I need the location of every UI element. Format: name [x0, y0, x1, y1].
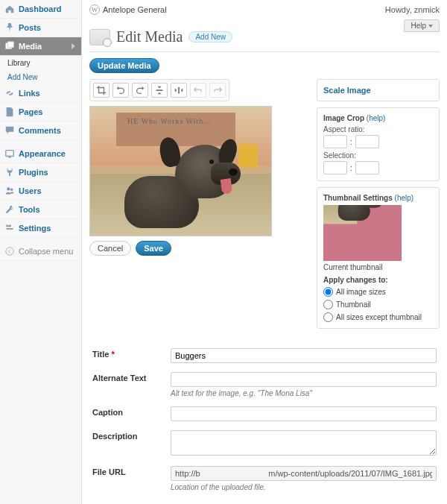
page-icon — [4, 107, 15, 117]
image-crop-panel: Image Crop (help) Aspect ratio: : Select… — [317, 107, 440, 181]
svg-point-5 — [10, 189, 13, 192]
sidebar-label: Links — [19, 89, 40, 98]
wordpress-logo-icon: W — [89, 4, 100, 15]
apply-except-radio[interactable] — [323, 312, 333, 322]
chevron-down-icon — [428, 25, 433, 28]
help-label: Help — [410, 22, 426, 30]
svg-rect-1 — [7, 42, 13, 48]
help-tab[interactable]: Help — [404, 19, 440, 32]
caption-input[interactable] — [171, 406, 437, 421]
image-preview[interactable]: HE Who Works With… — [89, 106, 272, 236]
appearance-icon — [4, 148, 15, 159]
image-edit-toolbar — [89, 79, 229, 101]
help-link[interactable]: (help) — [367, 114, 386, 122]
howdy-text[interactable]: Howdy, znmick — [385, 5, 440, 14]
chevron-right-icon — [72, 43, 75, 49]
current-thumbnail-label: Current thumbnail — [323, 263, 433, 271]
radio-label: All sizes except thumbnail — [336, 313, 422, 321]
sidebar-label: Users — [19, 186, 42, 195]
thumbnail-settings-panel: Thumbnail Settings (help) Current thumbn… — [317, 187, 440, 329]
sidebar-item-plugins[interactable]: Plugins — [0, 163, 81, 182]
sidebar-subitem-addnew[interactable]: Add New — [0, 70, 81, 84]
admin-sidebar: Dashboard Posts Media Library Add New Li… — [0, 0, 82, 504]
graffiti-text: HE Who Works With… — [127, 117, 212, 125]
rotate-left-tool[interactable] — [112, 83, 129, 98]
crop-tool[interactable] — [93, 83, 110, 98]
sidebar-item-users[interactable]: Users — [0, 182, 81, 201]
save-button[interactable]: Save — [136, 241, 171, 256]
selection-y-input[interactable] — [355, 161, 379, 174]
cancel-button[interactable]: Cancel — [89, 241, 131, 256]
site-title[interactable]: Antelope General — [103, 5, 167, 14]
scale-image-panel[interactable]: Scale Image — [317, 79, 440, 101]
sidebar-label: Dashboard — [19, 4, 61, 13]
sidebar-label: Pages — [19, 107, 42, 116]
caption-label: Caption — [89, 402, 168, 426]
selection-label: Selection: — [323, 151, 433, 160]
sidebar-label: Settings — [19, 224, 51, 233]
svg-rect-3 — [8, 157, 11, 157]
svg-point-4 — [7, 187, 10, 190]
sidebar-item-posts[interactable]: Posts — [0, 19, 81, 37]
svg-rect-6 — [6, 225, 8, 226]
alt-text-label: Alternate Text — [89, 368, 168, 402]
sidebar-collapse[interactable]: Collapse menu — [0, 242, 81, 261]
pin-icon — [4, 22, 15, 33]
selection-x-input[interactable] — [323, 161, 347, 174]
media-fields-table: Title * Alternate Text Alt text for the … — [89, 344, 440, 496]
main-content: W Antelope General Howdy, znmick Help Ed… — [82, 0, 447, 504]
title-input[interactable] — [171, 348, 437, 363]
undo-tool[interactable] — [190, 83, 206, 98]
apply-thumb-radio[interactable] — [323, 300, 333, 309]
sidebar-item-dashboard[interactable]: Dashboard — [0, 0, 81, 19]
media-icon — [4, 41, 15, 51]
panel-title: Thumbnail Settings — [323, 194, 393, 202]
description-label: Description — [89, 426, 168, 462]
sidebar-item-comments[interactable]: Comments — [0, 122, 81, 140]
sidebar-item-tools[interactable]: Tools — [0, 201, 81, 219]
tools-icon — [4, 204, 15, 215]
radio-label: Thumbnail — [336, 300, 371, 309]
title-label: Title — [92, 350, 109, 359]
aspect-y-input[interactable] — [355, 135, 379, 148]
sidebar-label: Plugins — [19, 168, 48, 177]
sidebar-item-media[interactable]: Media — [0, 37, 81, 56]
apply-changes-label: Apply changes to: — [323, 276, 388, 284]
panel-title: Scale Image — [323, 86, 371, 95]
alt-text-input[interactable] — [171, 372, 437, 387]
add-new-button[interactable]: Add New — [188, 31, 232, 42]
svg-rect-7 — [9, 225, 11, 226]
description-input[interactable] — [171, 430, 437, 456]
flip-vertical-tool[interactable] — [151, 83, 168, 98]
sidebar-item-settings[interactable]: Settings — [0, 219, 81, 238]
radio-label: All image sizes — [336, 288, 386, 296]
rotate-right-tool[interactable] — [132, 83, 148, 98]
file-url-input[interactable] — [171, 466, 437, 481]
file-url-label: File URL — [89, 462, 168, 496]
sidebar-item-links[interactable]: Links — [0, 84, 81, 103]
svg-rect-9 — [11, 228, 13, 229]
page-title: Edit Media — [116, 28, 183, 45]
aspect-x-input[interactable] — [323, 135, 347, 148]
media-header-icon — [89, 29, 110, 45]
image-editor: HE Who Works With… — [89, 79, 309, 335]
sidebar-label: Tools — [19, 205, 40, 214]
house-icon — [4, 4, 15, 14]
sidebar-item-pages[interactable]: Pages — [0, 103, 81, 122]
sidebar-label: Posts — [19, 23, 41, 32]
sidebar-label: Appearance — [19, 149, 66, 158]
redo-tool[interactable] — [209, 83, 226, 98]
sidebar-label: Media — [19, 42, 42, 51]
flip-horizontal-tool[interactable] — [171, 83, 187, 98]
plug-icon — [4, 167, 15, 177]
collapse-icon — [4, 246, 15, 256]
aspect-ratio-label: Aspect ratio: — [323, 125, 433, 133]
update-media-button-top[interactable]: Update Media — [89, 58, 159, 73]
sidebar-subitem-library[interactable]: Library — [0, 56, 81, 70]
svg-rect-8 — [7, 228, 10, 229]
file-url-hint: Location of the uploaded file. — [171, 483, 437, 491]
sidebar-item-appearance[interactable]: Appearance — [0, 145, 81, 163]
svg-rect-2 — [6, 151, 14, 157]
help-link[interactable]: (help) — [395, 194, 414, 202]
apply-all-radio[interactable] — [323, 287, 333, 297]
